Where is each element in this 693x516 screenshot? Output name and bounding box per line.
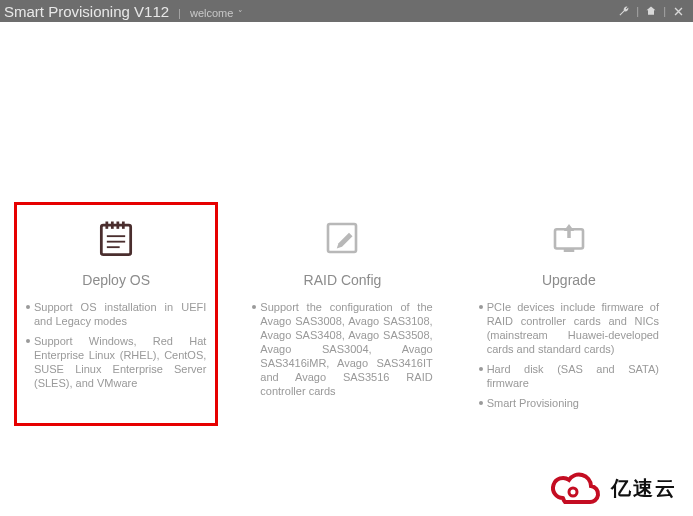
card-bullets: Support OS installation in UEFI and Lega… [26, 300, 206, 396]
card-title: Deploy OS [82, 272, 150, 288]
list-item: Support the configuration of the Avago S… [252, 300, 432, 398]
svg-rect-0 [101, 225, 130, 254]
card-upgrade[interactable]: Upgrade PCIe devices include firmware of… [467, 202, 671, 446]
app-title: Smart Provisioning V112 [4, 3, 169, 20]
list-item: Smart Provisioning [479, 396, 659, 410]
welcome-label: welcome [190, 7, 233, 19]
header-bar: Smart Provisioning V112 | welcome ˅ | | [0, 0, 693, 22]
separator: | [178, 7, 181, 19]
list-item: PCIe devices include firmware of RAID co… [479, 300, 659, 356]
close-icon[interactable] [671, 4, 685, 18]
card-deploy-os[interactable]: Deploy OS Support OS installation in UEF… [14, 202, 218, 426]
watermark-text: 亿速云 [611, 475, 677, 502]
card-raid-config[interactable]: RAID Config Support the configuration of… [240, 202, 444, 434]
svg-rect-8 [328, 224, 356, 252]
cloud-icon [545, 470, 605, 506]
upload-icon [545, 214, 593, 262]
card-title: RAID Config [304, 272, 382, 288]
welcome-dropdown[interactable]: welcome ˅ [190, 7, 243, 19]
home-icon[interactable] [644, 4, 658, 18]
header-left: Smart Provisioning V112 | welcome ˅ [4, 3, 243, 20]
notepad-icon [92, 214, 140, 262]
card-bullets: Support the configuration of the Avago S… [252, 300, 432, 404]
svg-rect-10 [564, 249, 575, 253]
chevron-down-icon: ˅ [238, 9, 243, 19]
main-content: Deploy OS Support OS installation in UEF… [0, 22, 693, 446]
separator: | [663, 5, 666, 17]
separator: | [636, 5, 639, 17]
wrench-icon[interactable] [617, 4, 631, 18]
card-title: Upgrade [542, 272, 596, 288]
header-right: | | [617, 4, 685, 18]
list-item: Hard disk (SAS and SATA) firmware [479, 362, 659, 390]
watermark: 亿速云 [545, 470, 677, 506]
edit-icon [318, 214, 366, 262]
svg-point-11 [569, 488, 577, 496]
list-item: Support OS installation in UEFI and Lega… [26, 300, 206, 328]
card-bullets: PCIe devices include firmware of RAID co… [479, 300, 659, 416]
list-item: Support Windows, Red Hat Enterprise Linu… [26, 334, 206, 390]
